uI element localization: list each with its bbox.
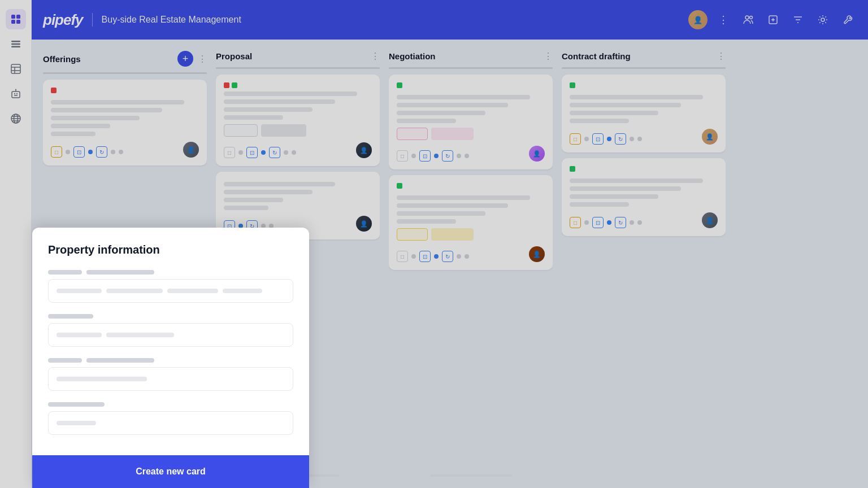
input-placeholder [106,333,174,337]
form-label-2 [48,314,293,319]
input-placeholder [57,333,102,337]
input-placeholder [106,289,163,293]
form-group-3 [48,358,293,391]
form-label-3 [48,358,293,363]
input-placeholder [223,289,262,293]
form-group-4 [48,402,293,435]
form-group-2 [48,314,293,347]
form-title: Property information [48,243,293,256]
form-input-1[interactable] [48,279,293,303]
input-placeholder [57,421,96,425]
form-label-4 [48,402,293,407]
input-placeholder [57,289,102,293]
label-bar [48,358,82,363]
create-card-panel: Property information [32,228,309,488]
form-group-1 [48,270,293,303]
form-input-3[interactable] [48,367,293,391]
label-bar [48,314,93,319]
input-placeholder [57,377,147,381]
form-input-2[interactable] [48,323,293,347]
form-input-4[interactable] [48,411,293,435]
create-new-card-button[interactable]: Create new card [32,455,309,488]
label-bar [86,270,154,274]
input-placeholder [167,289,218,293]
label-bar [48,402,105,407]
form-label-1 [48,270,293,274]
label-bar [86,358,154,363]
form-body: Property information [32,228,309,455]
label-bar [48,270,82,274]
